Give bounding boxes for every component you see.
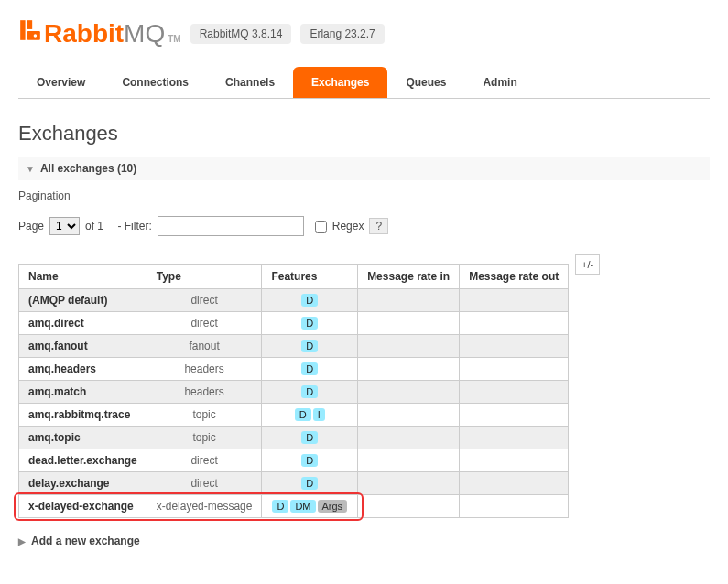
erlang-badge: Erlang 23.2.7 — [300, 24, 384, 44]
exchange-type: direct — [147, 449, 262, 472]
feature-badge[interactable]: D — [301, 431, 318, 444]
rate-in — [358, 404, 460, 427]
col-message-rate-out[interactable]: Message rate out — [460, 265, 569, 289]
logo[interactable]: RabbitMQ TM — [18, 18, 181, 49]
exchange-features: DI — [262, 404, 358, 427]
regex-label: Regex — [332, 220, 364, 233]
table-row: dead.letter.exchangedirectD — [19, 449, 569, 472]
table-body: (AMQP default)directD amq.directdirectD … — [19, 289, 569, 518]
rate-in — [358, 495, 460, 518]
regex-checkbox[interactable] — [315, 221, 327, 233]
feature-badge[interactable]: D — [272, 500, 288, 513]
feature-badge[interactable]: D — [301, 454, 318, 467]
col-features[interactable]: Features — [262, 265, 358, 289]
add-new-exchange[interactable]: ▶ Add a new exchange — [18, 535, 710, 547]
exchange-name[interactable]: x-delayed-exchange — [19, 495, 147, 518]
exchange-type: direct — [147, 472, 262, 495]
page-of: of 1 — [85, 220, 103, 233]
columns-toggle[interactable]: +/- — [575, 254, 600, 275]
page-label: Page — [18, 220, 44, 233]
exchange-name[interactable]: delay.exchange — [19, 472, 147, 495]
table-row: amq.matchheadersD — [19, 381, 569, 404]
table-row: amq.topictopicD — [19, 427, 569, 449]
nav-tabs: OverviewConnectionsChannelsExchangesQueu… — [18, 67, 710, 99]
pagination-controls: Page 1 of 1 - Filter: Regex ? — [18, 216, 710, 236]
feature-badge[interactable]: D — [301, 340, 318, 352]
logo-tm: TM — [168, 34, 180, 44]
exchange-type: topic — [147, 404, 262, 427]
feature-badge[interactable]: Args — [318, 500, 348, 513]
exchange-type: headers — [147, 358, 262, 381]
exchange-name[interactable]: amq.headers — [19, 358, 147, 381]
header: RabbitMQ TM RabbitMQ 3.8.14 Erlang 23.2.… — [18, 18, 710, 49]
tab-queues[interactable]: Queues — [387, 67, 464, 98]
col-name[interactable]: Name — [19, 265, 147, 289]
col-message-rate-in[interactable]: Message rate in — [358, 265, 460, 289]
exchange-type: fanout — [147, 335, 262, 358]
exchange-name[interactable]: dead.letter.exchange — [19, 449, 147, 472]
feature-badge[interactable]: D — [301, 385, 318, 398]
logo-text-rabbit: Rabbit — [44, 19, 124, 49]
feature-badge[interactable]: I — [313, 408, 325, 421]
exchange-name[interactable]: amq.match — [19, 381, 147, 404]
rate-out — [460, 404, 569, 427]
rate-out — [460, 358, 569, 381]
exchange-features: D — [262, 449, 358, 472]
table-row: amq.fanoutfanoutD — [19, 335, 569, 358]
table-row: amq.headersheadersD — [19, 358, 569, 381]
svg-rect-0 — [20, 20, 25, 40]
col-type[interactable]: Type — [147, 265, 262, 289]
page-title: Exchanges — [18, 122, 710, 146]
exchange-type: headers — [147, 381, 262, 404]
table-row: amq.directdirectD — [19, 312, 569, 335]
rate-in — [358, 472, 460, 495]
exchange-type: direct — [147, 312, 262, 335]
svg-rect-1 — [27, 20, 32, 29]
tab-admin[interactable]: Admin — [464, 67, 535, 98]
version-badge: RabbitMQ 3.8.14 — [190, 24, 292, 44]
exchange-type: topic — [147, 427, 262, 449]
feature-badge[interactable]: D — [295, 408, 311, 421]
tab-exchanges[interactable]: Exchanges — [293, 67, 387, 98]
chevron-right-icon: ▶ — [18, 536, 26, 546]
feature-badge[interactable]: D — [301, 317, 318, 330]
section-all-exchanges[interactable]: ▼ All exchanges (10) — [18, 157, 710, 180]
rate-out — [460, 381, 569, 404]
rate-in — [358, 358, 460, 381]
exchange-name[interactable]: amq.topic — [19, 427, 147, 449]
feature-badge[interactable]: D — [301, 294, 318, 307]
feature-badge[interactable]: D — [301, 477, 318, 490]
rate-in — [358, 449, 460, 472]
tab-channels[interactable]: Channels — [207, 67, 293, 98]
exchange-features: DDMArgs — [262, 495, 358, 518]
rate-in — [358, 312, 460, 335]
feature-badge[interactable]: DM — [290, 500, 315, 513]
tab-overview[interactable]: Overview — [18, 67, 103, 98]
exchange-type: x-delayed-message — [147, 495, 262, 518]
rate-in — [358, 335, 460, 358]
logo-text-mq: MQ — [124, 19, 165, 49]
filter-input[interactable] — [158, 216, 304, 236]
exchanges-table: NameTypeFeaturesMessage rate inMessage r… — [18, 264, 569, 518]
table-wrap: NameTypeFeaturesMessage rate inMessage r… — [18, 254, 569, 518]
exchange-name[interactable]: (AMQP default) — [19, 289, 147, 312]
exchange-name[interactable]: amq.direct — [19, 312, 147, 335]
table-row: amq.rabbitmq.tracetopicDI — [19, 404, 569, 427]
feature-badge[interactable]: D — [301, 362, 318, 375]
chevron-down-icon: ▼ — [26, 164, 35, 174]
page-select[interactable]: 1 — [49, 217, 80, 235]
exchange-name[interactable]: amq.fanout — [19, 335, 147, 358]
rate-in — [358, 289, 460, 312]
rate-out — [460, 449, 569, 472]
exchange-features: D — [262, 335, 358, 358]
svg-point-3 — [34, 34, 37, 37]
table-row: delay.exchangedirectD — [19, 472, 569, 495]
exchange-features: D — [262, 427, 358, 449]
exchange-name[interactable]: amq.rabbitmq.trace — [19, 404, 147, 427]
rate-in — [358, 427, 460, 449]
exchange-type: direct — [147, 289, 262, 312]
add-new-label: Add a new exchange — [31, 535, 140, 547]
help-button[interactable]: ? — [369, 218, 388, 234]
logo-icon — [18, 18, 42, 49]
tab-connections[interactable]: Connections — [103, 67, 207, 98]
